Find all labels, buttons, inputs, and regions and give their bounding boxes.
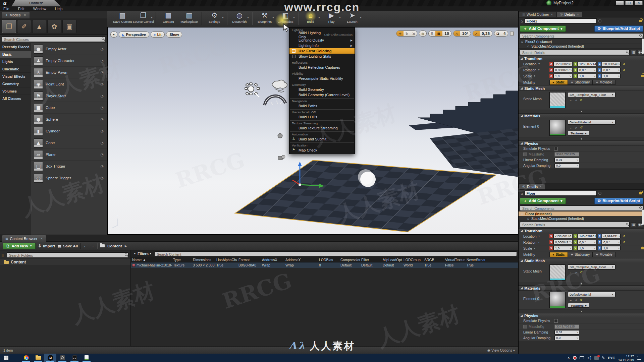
marketplace-button[interactable]: ▥Marketplace	[179, 11, 200, 26]
placeable-item[interactable]: ♙Empty Pawn◔	[31, 67, 107, 78]
value-y[interactable]: 1,0↘	[578, 74, 596, 78]
property-matrix-icon[interactable]: ▦	[631, 50, 636, 55]
forward-button[interactable]: →	[90, 244, 94, 248]
linear-damping-value[interactable]: 0,01↘	[554, 330, 579, 335]
launch-button[interactable]: ➤▼Launch	[342, 11, 363, 26]
menubar-item-help[interactable]: Help	[55, 6, 63, 11]
material-thumbnail[interactable]	[549, 120, 566, 136]
simulate-physics-checkbox[interactable]	[554, 147, 558, 150]
dropdown-arrow-icon[interactable]: ▼	[222, 16, 224, 19]
search-details-input[interactable]: Search Details	[520, 222, 630, 227]
physics-section-header[interactable]: ◢Physics	[519, 141, 644, 146]
reset-to-default-icon[interactable]: ↺	[623, 68, 625, 72]
column-header-addressy[interactable]: AddressY	[284, 258, 318, 262]
static-mesh-section-header[interactable]: ◢Static Mesh	[519, 258, 644, 263]
drag-handle-icon[interactable]: ◔	[100, 164, 104, 169]
atmosphere-cloud-sprite[interactable]	[272, 80, 287, 92]
save-all-button[interactable]: ▤Save All	[58, 244, 78, 248]
lit-button[interactable]: ● Lit	[151, 32, 165, 38]
mode-category-basic[interactable]: Basic	[0, 51, 31, 58]
mode-category-visual-effects[interactable]: Visual Effects	[0, 73, 31, 80]
surface-snap-button[interactable]: ⊻	[429, 31, 435, 36]
material-thumbnail[interactable]	[549, 292, 566, 308]
tab-close-icon[interactable]: ✕	[551, 13, 553, 16]
menu-item-build-lighting-only[interactable]: Build Lighting OnlyCtrl+Shift+Semicolon	[289, 32, 355, 38]
section-expander[interactable]: ▼	[519, 137, 644, 141]
content-folder-row[interactable]: Content	[0, 259, 130, 265]
scrollbar-thumb[interactable]	[642, 39, 644, 54]
reset-icon[interactable]: ↺	[580, 126, 583, 130]
placeable-item[interactable]: ◌Sphere Trigger◔	[31, 172, 107, 184]
settings-button[interactable]: ⚙▼Settings	[204, 11, 225, 26]
section-expander[interactable]: ▼	[519, 282, 644, 286]
blueprint-add-script-button[interactable]: ⚙Blueprint/Add Script	[594, 198, 643, 204]
taskbar-chrome-icon[interactable]	[20, 354, 32, 362]
column-header-format[interactable]: Format	[237, 258, 261, 262]
static-mesh-thumbnail[interactable]	[549, 92, 566, 108]
value-x[interactable]: -138,00146↘	[553, 234, 572, 238]
paint-mode-button[interactable]: ✐	[17, 20, 31, 33]
search-classes-input[interactable]: Search Classes	[2, 37, 105, 42]
use-selected-icon[interactable]: ←	[569, 98, 573, 102]
scale-snap-button[interactable]: ↗	[473, 31, 480, 36]
column-header-type[interactable]: Type	[172, 258, 192, 262]
level-tab[interactable]: Untitled*	[11, 0, 61, 6]
menubar-item-window[interactable]: Window	[33, 6, 46, 11]
view-options-button[interactable]: ◉ View Options ▾	[487, 348, 515, 352]
drag-handle-icon[interactable]: ◔	[100, 70, 104, 75]
save-current-button[interactable]: ▤Save Current	[112, 11, 133, 26]
mode-category-geometry[interactable]: Geometry	[0, 80, 31, 87]
landscape-mode-button[interactable]: ▲	[32, 20, 46, 33]
volume-icon[interactable]: ◁)	[587, 356, 591, 360]
mobility-movable-button[interactable]: ✛Movable	[593, 80, 615, 85]
tab-world-outliner[interactable]: ☰World Outliner✕	[519, 12, 556, 17]
use-selected-icon[interactable]: ←	[569, 270, 573, 275]
translate-tool-button[interactable]: ✛	[396, 31, 403, 36]
static-mesh-thumbnail[interactable]	[549, 264, 566, 281]
search-components-input[interactable]: Search Components	[520, 33, 643, 39]
search-details-input[interactable]: Search Details	[520, 50, 630, 55]
column-header-compressionsetti[interactable]: CompressionSetti	[339, 258, 360, 262]
transform-label[interactable]: Location▼	[523, 234, 549, 238]
transform-section-header[interactable]: ◢Transform	[519, 228, 644, 233]
back-button[interactable]: ←	[84, 244, 88, 248]
drag-handle-icon[interactable]: ◔	[100, 176, 104, 180]
placeable-item[interactable]: □Box Trigger◔	[31, 161, 107, 172]
drag-handle-icon[interactable]: ◔	[100, 94, 104, 98]
placeable-item[interactable]: ■Cube◔	[31, 102, 107, 114]
textures-button[interactable]: Textures▾	[568, 303, 589, 308]
angular-damping-value[interactable]: 0,0↘	[554, 336, 579, 340]
grid-snap-button[interactable]: ▦	[435, 31, 442, 36]
source-control-button[interactable]: ❐▼Source Control	[133, 11, 154, 26]
content-browser-tab[interactable]: ▦ Content Browser ✕	[2, 235, 46, 242]
maximize-viewport-button[interactable]	[510, 32, 514, 36]
scale-lock-icon[interactable]	[641, 75, 644, 77]
mode-category-all-classes[interactable]: All Classes	[0, 95, 31, 102]
taskbar-epic-games-icon[interactable]: EPIC	[68, 354, 80, 362]
drag-handle-icon[interactable]: ◔	[100, 59, 104, 63]
value-z[interactable]: 1,0↘	[602, 246, 621, 250]
placeable-item[interactable]: ♟Empty Character◔	[31, 55, 107, 67]
column-header-miploadoptions[interactable]: MipLoadOptions	[381, 258, 402, 262]
placeable-item[interactable]: ⚑Player Start◔	[31, 90, 107, 102]
transform-section-header[interactable]: ◢Transform	[519, 56, 644, 61]
search-folders-input[interactable]: Search Folders	[7, 252, 128, 258]
reset-to-default-icon[interactable]: ↺	[623, 62, 625, 66]
drag-handle-icon[interactable]: ◔	[100, 47, 104, 51]
tray-expand-icon[interactable]: ∧	[567, 356, 570, 360]
textures-button[interactable]: Textures▾	[568, 131, 589, 135]
mode-category-volumes[interactable]: Volumes	[0, 87, 31, 95]
property-matrix-icon[interactable]: ▦	[631, 222, 636, 227]
menu-item-build-geometry-current-level-[interactable]: Build Geometry (Current Level)	[289, 92, 355, 98]
use-selected-icon[interactable]: ←	[569, 126, 573, 130]
drag-handle-icon[interactable]: ◔	[100, 82, 104, 86]
column-header-dimensions[interactable]: Dimensions	[192, 258, 215, 262]
geometry-editing-mode-button[interactable]: ▣	[62, 20, 76, 33]
checkbox-icon[interactable]	[292, 49, 296, 53]
mode-category-lights[interactable]: Lights	[0, 58, 31, 65]
menu-item-map-check[interactable]: ⚑Map Check	[289, 147, 355, 153]
asset-row[interactable]: michael-haslim-21018-urTexture3 500 × 2 …	[131, 262, 518, 268]
placeable-item[interactable]: ▲Cone◔	[31, 137, 107, 149]
value-x[interactable]: 1,0↘	[553, 246, 572, 250]
menu-item-use-error-coloring[interactable]: Use Error Coloring	[289, 48, 355, 54]
